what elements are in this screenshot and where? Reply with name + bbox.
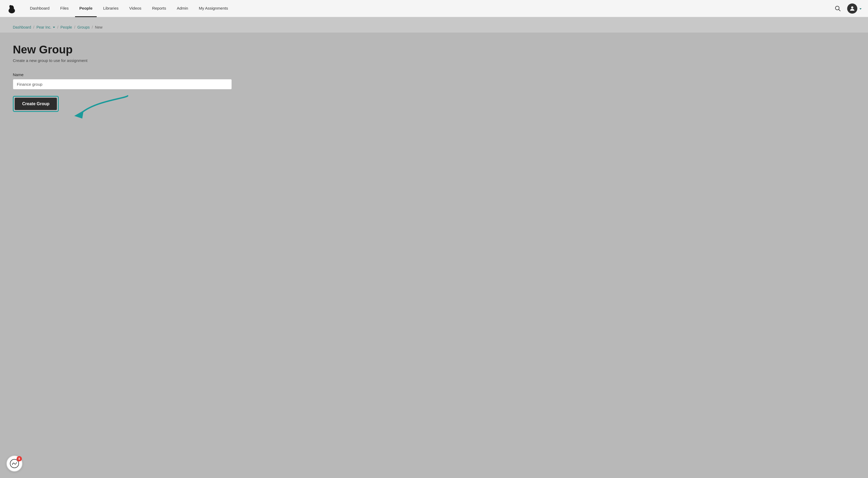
name-label: Name <box>13 72 855 77</box>
nav-link-videos[interactable]: Videos <box>125 0 146 17</box>
nav-link-my-assignments[interactable]: My Assignments <box>194 0 232 17</box>
search-button[interactable] <box>833 3 843 13</box>
breadcrumb-sep-3: / <box>74 25 75 29</box>
breadcrumb-sep-4: / <box>92 25 93 29</box>
svg-point-5 <box>851 6 853 8</box>
main-content: New Group Create a new group to use for … <box>0 33 868 478</box>
svg-line-4 <box>839 9 840 11</box>
page-title: New Group <box>13 43 855 56</box>
navbar: Dashboard Files People Libraries Videos … <box>0 0 868 17</box>
user-menu-button[interactable] <box>847 3 862 13</box>
breadcrumb-groups[interactable]: Groups <box>78 25 90 29</box>
nav-link-people[interactable]: People <box>75 0 97 17</box>
nav-link-dashboard[interactable]: Dashboard <box>26 0 54 17</box>
breadcrumb-sep-2: / <box>57 25 58 29</box>
breadcrumb-new: New <box>95 25 102 29</box>
bottom-widget[interactable]: 8 <box>6 455 23 472</box>
breadcrumb-sep-1: / <box>33 25 34 29</box>
breadcrumb-org-dropdown[interactable]: Pear Inc. <box>36 25 55 29</box>
app-logo[interactable] <box>6 3 17 14</box>
breadcrumb-org-label: Pear Inc. <box>36 25 51 29</box>
create-group-button[interactable]: Create Group <box>15 98 57 110</box>
svg-point-2 <box>9 5 11 8</box>
chevron-down-icon <box>53 27 55 28</box>
avatar <box>847 3 857 13</box>
arrow-annotation <box>71 93 130 131</box>
chevron-down-icon <box>859 6 862 10</box>
page-subtitle: Create a new group to use for assignment <box>13 58 855 63</box>
create-group-container: Create Group <box>13 96 59 112</box>
nav-link-libraries[interactable]: Libraries <box>99 0 123 17</box>
nav-link-admin[interactable]: Admin <box>173 0 192 17</box>
nav-link-reports[interactable]: Reports <box>148 0 170 17</box>
breadcrumb: Dashboard / Pear Inc. / People / Groups … <box>0 22 868 33</box>
name-input[interactable] <box>13 79 232 90</box>
nav-link-files[interactable]: Files <box>56 0 73 17</box>
create-group-highlight-border: Create Group <box>13 96 59 112</box>
search-icon <box>835 6 841 11</box>
nav-links: Dashboard Files People Libraries Videos … <box>26 0 833 17</box>
breadcrumb-bar: Dashboard / Pear Inc. / People / Groups … <box>0 17 868 33</box>
name-form-group: Name <box>13 72 855 90</box>
breadcrumb-people[interactable]: People <box>60 25 72 29</box>
navbar-right <box>833 3 862 13</box>
notification-badge: 8 <box>17 456 22 461</box>
svg-marker-6 <box>74 110 84 119</box>
breadcrumb-dashboard[interactable]: Dashboard <box>13 25 31 29</box>
